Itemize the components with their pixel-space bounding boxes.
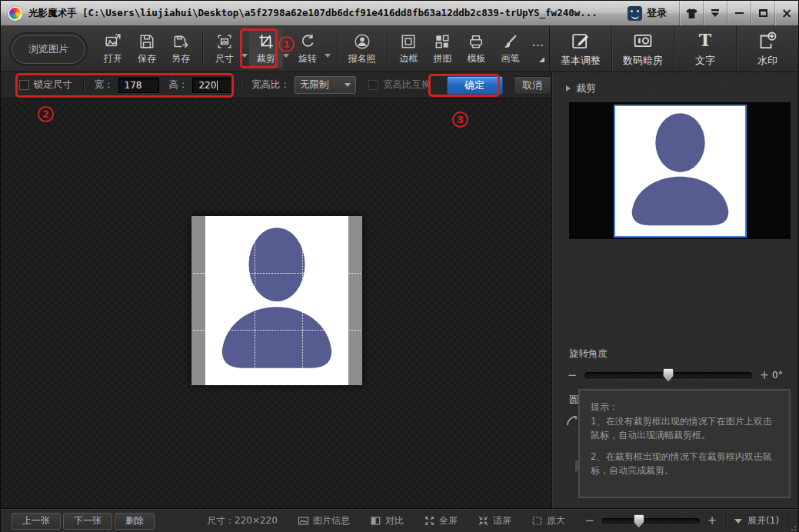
- next-image-button[interactable]: 下一张: [63, 513, 112, 530]
- image-info-icon: [298, 515, 309, 527]
- delete-image-button[interactable]: 删除: [115, 513, 155, 530]
- swap-ratio-checkbox[interactable]: [368, 80, 378, 90]
- menu-button[interactable]: [703, 1, 727, 26]
- toolbar-separator: [337, 32, 338, 65]
- crop-label: 裁剪: [257, 52, 275, 65]
- rotation-slider-track[interactable]: [584, 372, 752, 379]
- compare-button[interactable]: 对比: [370, 514, 404, 527]
- zoom-out-button[interactable]: −: [584, 515, 596, 527]
- original-size-label: 原大: [547, 514, 565, 527]
- collage-label: 拼图: [433, 52, 451, 65]
- rotate-dropdown-arrow[interactable]: [325, 54, 331, 58]
- height-input[interactable]: 220: [192, 78, 234, 93]
- width-input[interactable]: 178: [118, 78, 160, 93]
- photo-being-cropped[interactable]: [191, 216, 362, 385]
- ok-button[interactable]: 确定: [447, 76, 503, 95]
- image-canvas[interactable]: [1, 98, 551, 508]
- open-icon: [105, 33, 122, 50]
- border-label: 边框: [399, 52, 418, 65]
- rotate-button[interactable]: 旋转: [291, 26, 325, 71]
- size-label: 尺寸: [215, 52, 234, 65]
- template-button[interactable]: 模板: [459, 26, 493, 71]
- rotation-minus-button[interactable]: −: [566, 370, 578, 381]
- browse-images-button[interactable]: 浏览图片: [12, 35, 85, 64]
- close-icon: ×: [781, 7, 792, 20]
- more-tools-button[interactable]: ⋯: [527, 26, 549, 71]
- rotation-slider-thumb[interactable]: [663, 368, 674, 382]
- expand-button[interactable]: 展开(1): [734, 514, 779, 527]
- id-photo-button[interactable]: 报名照: [342, 26, 382, 71]
- panel-header-crop[interactable]: 裁剪: [552, 72, 798, 95]
- size-icon: [216, 33, 233, 50]
- previous-image-button[interactable]: 上一张: [12, 513, 61, 530]
- save-button[interactable]: 保存: [130, 26, 164, 71]
- maximize-button[interactable]: [751, 1, 774, 26]
- template-label: 模板: [467, 52, 485, 65]
- size-button[interactable]: 尺寸: [208, 26, 241, 71]
- ratio-dropdown[interactable]: 无限制: [295, 76, 356, 94]
- compare-label: 对比: [385, 514, 404, 527]
- ratio-value: 无限制: [300, 78, 329, 91]
- login-avatar-icon: [628, 6, 642, 21]
- watermark-label: 水印: [757, 54, 777, 68]
- login-label: 登录: [647, 6, 667, 20]
- id-photo-label: 报名照: [348, 52, 376, 65]
- more-icon: ⋯: [531, 39, 544, 52]
- id-photo-icon: [354, 33, 371, 50]
- avatar-image: [208, 221, 345, 377]
- brush-button[interactable]: 画笔: [493, 26, 527, 71]
- lock-size-checkbox[interactable]: [19, 80, 29, 90]
- crop-dropdown-arrow[interactable]: [283, 54, 289, 58]
- shirt-icon: [685, 8, 698, 19]
- brush-icon: [501, 33, 518, 50]
- tab-darkroom[interactable]: 数码暗房: [611, 26, 674, 71]
- collage-button[interactable]: 拼图: [425, 26, 459, 71]
- app-logo-icon: [8, 6, 22, 21]
- tab-text[interactable]: T 文字: [674, 26, 736, 71]
- chevron-down-icon: [734, 519, 742, 524]
- lock-size-label: 锁定尺寸: [34, 78, 72, 91]
- image-info-button[interactable]: 图片信息: [298, 514, 350, 527]
- skin-button[interactable]: [679, 1, 703, 26]
- original-size-button[interactable]: 原大: [531, 514, 565, 527]
- border-button[interactable]: 边框: [391, 26, 425, 71]
- tip-1: 1、在没有裁剪框出现的情况下在图片上双击鼠标，自动出现满幅裁剪框。: [591, 414, 780, 443]
- crop-options-bar: 锁定尺寸 宽： 178 高： 220 宽高比： 无限制 宽高比互换 确定: [1, 72, 551, 98]
- fullscreen-icon: [424, 515, 435, 527]
- photo-gray-bar-right: [348, 216, 362, 385]
- rotation-plus-button[interactable]: +: [758, 370, 771, 381]
- fullscreen-button[interactable]: 全屏: [424, 514, 458, 527]
- panel-title: 裁剪: [576, 81, 596, 95]
- tab-basic-adjust[interactable]: 基本调整: [550, 26, 611, 71]
- preview-avatar-image: [620, 108, 741, 233]
- height-value: 220: [198, 80, 218, 91]
- save-as-button[interactable]: 另存: [164, 26, 198, 71]
- crop-button[interactable]: 裁剪: [249, 29, 283, 68]
- open-button[interactable]: 打开: [96, 26, 130, 71]
- fit-screen-label: 适屏: [493, 514, 511, 527]
- tips-title: 提示：: [591, 400, 780, 414]
- small-corner-icon[interactable]: [566, 415, 578, 427]
- zoom-in-button[interactable]: +: [706, 515, 718, 527]
- login-button[interactable]: 登录: [628, 6, 667, 21]
- save-label: 保存: [138, 52, 156, 65]
- open-label: 打开: [104, 52, 122, 65]
- titlebar: 光影魔术手 [C:\Users\liujiahui\Desktop\a5f279…: [1, 1, 798, 26]
- main-toolbar: 浏览图片 打开 保存 另存: [1, 26, 798, 72]
- zoom-slider-track[interactable]: [602, 518, 700, 524]
- collapse-arrow-icon: [566, 85, 571, 91]
- size-dropdown-arrow[interactable]: [241, 54, 248, 58]
- close-button[interactable]: ×: [774, 1, 798, 26]
- resize-grip[interactable]: [790, 524, 796, 530]
- text-icon: T: [695, 31, 715, 51]
- compare-icon: [370, 515, 381, 527]
- collage-icon: [434, 33, 451, 50]
- double-chevron-down-icon: [710, 8, 721, 18]
- cancel-button[interactable]: 取消: [514, 76, 551, 95]
- tab-watermark[interactable]: 水印: [736, 26, 798, 71]
- zoom-slider-thumb[interactable]: [634, 514, 644, 528]
- template-icon: [468, 33, 484, 50]
- darkroom-label: 数码暗房: [623, 54, 663, 68]
- minimize-button[interactable]: [727, 1, 751, 26]
- fit-screen-button[interactable]: 适屏: [478, 514, 511, 527]
